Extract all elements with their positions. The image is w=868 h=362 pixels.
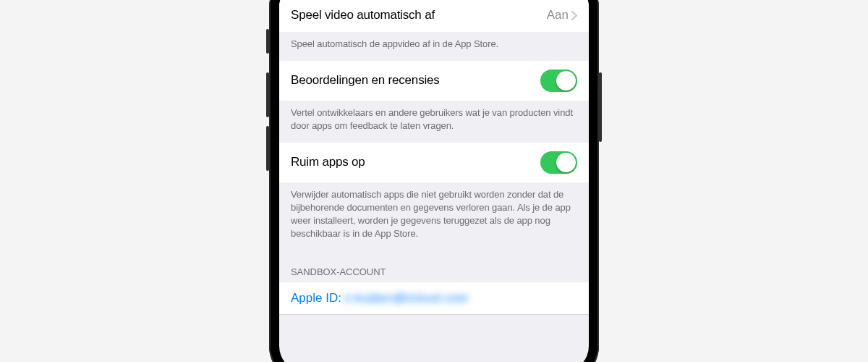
autoplay-video-value: Aan bbox=[547, 8, 571, 22]
volume-down-button bbox=[266, 126, 269, 171]
side-button bbox=[599, 72, 602, 142]
reviews-row[interactable]: Beoordelingen en recensies bbox=[279, 61, 589, 101]
phone-frame: Speel video automatisch af Aan Speel aut… bbox=[269, 0, 599, 362]
reviews-label: Beoordelingen en recensies bbox=[291, 73, 440, 88]
autoplay-video-footer: Speel automatisch de appvideo af in de A… bbox=[279, 32, 589, 61]
screen: Speel video automatisch af Aan Speel aut… bbox=[279, 0, 589, 362]
offload-apps-footer: Verwijder automatisch apps die niet gebr… bbox=[279, 182, 589, 251]
chevron-right-icon bbox=[571, 11, 577, 20]
settings-list: Speel video automatisch af Aan Speel aut… bbox=[279, 0, 589, 331]
truncated-footer-bottom bbox=[279, 314, 589, 331]
autoplay-video-row[interactable]: Speel video automatisch af Aan bbox=[279, 0, 589, 32]
reviews-footer: Vertel ontwikkelaars en andere gebruiker… bbox=[279, 101, 589, 143]
offload-apps-label: Ruim apps op bbox=[291, 155, 365, 169]
volume-up-button bbox=[266, 72, 269, 117]
apple-id-row[interactable]: Apple ID: n.kuijten@icloud.com bbox=[279, 282, 589, 314]
autoplay-video-label: Speel video automatisch af bbox=[291, 8, 435, 22]
offload-apps-row[interactable]: Ruim apps op bbox=[279, 143, 589, 182]
offload-apps-toggle[interactable] bbox=[540, 151, 577, 174]
sandbox-section-header: SANDBOX-ACCOUNT bbox=[279, 251, 589, 282]
mute-switch bbox=[266, 29, 269, 54]
apple-id-value: n.kuijten@icloud.com bbox=[344, 291, 469, 306]
reviews-toggle[interactable] bbox=[540, 70, 577, 92]
apple-id-label: Apple ID: bbox=[291, 291, 341, 306]
